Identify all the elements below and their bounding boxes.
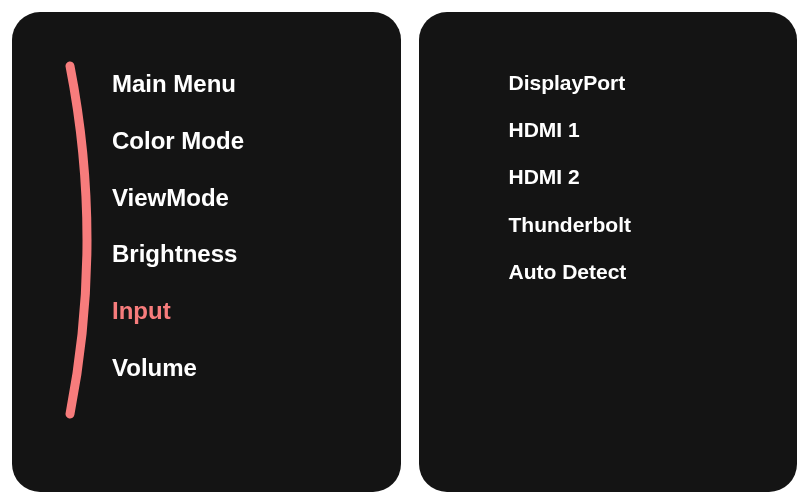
submenu-panel: DisplayPort HDMI 1 HDMI 2 Thunderbolt Au… (419, 12, 798, 492)
menu-item-volume[interactable]: Volume (112, 354, 361, 383)
submenu-item-thunderbolt[interactable]: Thunderbolt (509, 212, 758, 237)
submenu-item-displayport[interactable]: DisplayPort (509, 70, 758, 95)
submenu-item-auto-detect[interactable]: Auto Detect (509, 259, 758, 284)
menu-item-color-mode[interactable]: Color Mode (112, 127, 361, 156)
arc-indicator-icon (56, 60, 116, 420)
menu-item-viewmode[interactable]: ViewMode (112, 184, 361, 213)
submenu-item-hdmi-2[interactable]: HDMI 2 (509, 164, 758, 189)
menu-item-main-menu[interactable]: Main Menu (112, 70, 361, 99)
submenu-item-hdmi-1[interactable]: HDMI 1 (509, 117, 758, 142)
main-menu-panel: Main Menu Color Mode ViewMode Brightness… (12, 12, 401, 492)
menu-item-brightness[interactable]: Brightness (112, 240, 361, 269)
menu-item-input[interactable]: Input (112, 297, 361, 326)
